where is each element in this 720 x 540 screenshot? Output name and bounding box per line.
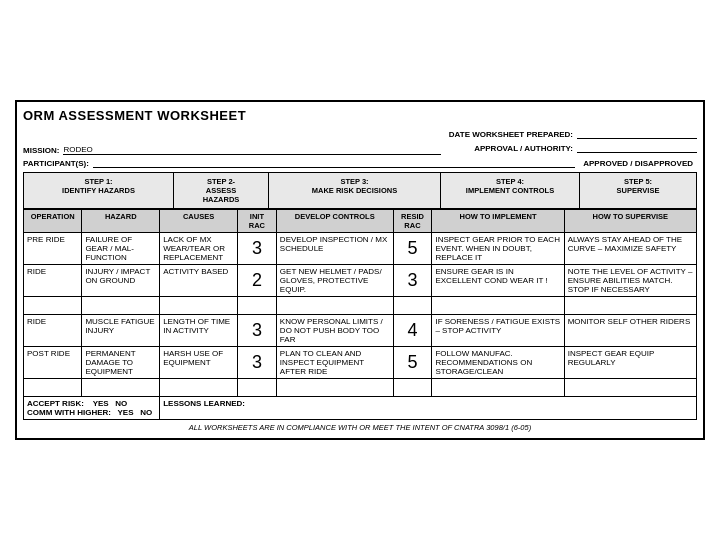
- main-table: OPERATION HAZARD CAUSES INIT RAC DEVELOP…: [23, 209, 697, 420]
- lessons-label: LESSONS LEARNED:: [163, 399, 245, 408]
- accept-risk-line: ACCEPT RISK: YES NO: [27, 399, 156, 408]
- steps-header: STEP 1:IDENTIFY HAZARDS STEP 2-ASSESSHAZ…: [23, 172, 697, 209]
- cell-how-implement: FOLLOW MANUFAC. RECOMMENDATIONS ON STORA…: [432, 347, 564, 379]
- cell-resid-rac: 5: [393, 347, 432, 379]
- date-section: DATE WORKSHEET PREPARED: APPROVAL / AUTH…: [449, 129, 697, 155]
- cell-operation: [24, 297, 82, 315]
- cell-how-supervise: NOTE THE LEVEL OF ACTIVITY – ENSURE ABIL…: [564, 265, 696, 297]
- table-row: POST RIDEPERMANENT DAMAGE TO EQUIPMENTHA…: [24, 347, 697, 379]
- table-row: [24, 297, 697, 315]
- participants-label: PARTICIPANT(S):: [23, 159, 89, 168]
- cell-develop: [276, 379, 393, 397]
- table-body: PRE RIDEFAILURE OF GEAR / MAL-FUNCTIONLA…: [24, 233, 697, 397]
- cell-how-supervise: [564, 379, 696, 397]
- header-init-rac: INIT RAC: [237, 210, 276, 233]
- cell-init-rac: 3: [237, 315, 276, 347]
- cell-init-rac: 2: [237, 265, 276, 297]
- accept-no: NO: [115, 399, 127, 408]
- cell-causes: LENGTH OF TIME IN ACTIVITY: [160, 315, 238, 347]
- step-5-header: STEP 5:SUPERVISE: [580, 173, 696, 208]
- accept-risk-cell: ACCEPT RISK: YES NO COMM WITH HIGHER: YE…: [24, 397, 160, 420]
- cell-hazard: FAILURE OF GEAR / MAL-FUNCTION: [82, 233, 160, 265]
- mission-value: RODEO: [63, 145, 440, 155]
- cell-operation: RIDE: [24, 265, 82, 297]
- cell-init-rac: [237, 379, 276, 397]
- table-header-row: OPERATION HAZARD CAUSES INIT RAC DEVELOP…: [24, 210, 697, 233]
- cell-hazard: INJURY / IMPACT ON GROUND: [82, 265, 160, 297]
- cell-resid-rac: 4: [393, 315, 432, 347]
- table-row: RIDEINJURY / IMPACT ON GROUNDACTIVITY BA…: [24, 265, 697, 297]
- lessons-cell: LESSONS LEARNED:: [160, 397, 697, 420]
- participants-value: [93, 158, 575, 168]
- cell-operation: RIDE: [24, 315, 82, 347]
- accept-yes: YES: [93, 399, 109, 408]
- mission-row: MISSION: RODEO DATE WORKSHEET PREPARED: …: [23, 129, 697, 155]
- cell-causes: LACK OF MX WEAR/TEAR OR REPLACEMENT: [160, 233, 238, 265]
- mission-label: MISSION:: [23, 146, 59, 155]
- table-row: [24, 379, 697, 397]
- step-3-header: STEP 3:MAKE RISK DECISIONS: [269, 173, 441, 208]
- cell-how-supervise: [564, 297, 696, 315]
- cell-develop: PLAN TO CLEAN AND INSPECT EQUIPMENT AFTE…: [276, 347, 393, 379]
- date-line: [577, 129, 697, 139]
- cell-causes: [160, 379, 238, 397]
- cell-how-implement: INSPECT GEAR PRIOR TO EACH EVENT. WHEN I…: [432, 233, 564, 265]
- date-label: DATE WORKSHEET PREPARED:: [449, 130, 573, 139]
- cell-how-implement: [432, 379, 564, 397]
- table-footer: ACCEPT RISK: YES NO COMM WITH HIGHER: YE…: [24, 397, 697, 420]
- comm-no: NO: [140, 408, 152, 417]
- cell-hazard: [82, 297, 160, 315]
- cell-how-supervise: INSPECT GEAR EQUIP REGULARLY: [564, 347, 696, 379]
- cell-develop: KNOW PERSONAL LIMITS / DO NOT PUSH BODY …: [276, 315, 393, 347]
- cell-operation: [24, 379, 82, 397]
- header-operation: OPERATION: [24, 210, 82, 233]
- cell-resid-rac: [393, 379, 432, 397]
- comm-line: COMM WITH HIGHER: YES NO: [27, 408, 156, 417]
- worksheet-title: ORM ASSESSMENT WORKSHEET: [23, 108, 697, 123]
- cell-develop: DEVELOP INSPECTION / MX SCHEDULE: [276, 233, 393, 265]
- accept-risk-label: ACCEPT RISK:: [27, 399, 84, 408]
- cell-resid-rac: 5: [393, 233, 432, 265]
- cell-init-rac: 3: [237, 347, 276, 379]
- step-1-header: STEP 1:IDENTIFY HAZARDS: [24, 173, 174, 208]
- cell-how-implement: ENSURE GEAR IS IN EXCELLENT COND WEAR IT…: [432, 265, 564, 297]
- approved-label: APPROVED / DISAPPROVED: [583, 159, 693, 168]
- cell-develop: [276, 297, 393, 315]
- cell-hazard: [82, 379, 160, 397]
- approval-line: [577, 143, 697, 153]
- header-how-implement: HOW TO IMPLEMENT: [432, 210, 564, 233]
- worksheet: ORM ASSESSMENT WORKSHEET MISSION: RODEO …: [15, 100, 705, 440]
- cell-how-implement: [432, 297, 564, 315]
- cell-resid-rac: [393, 297, 432, 315]
- bottom-note: ALL WORKSHEETS ARE IN COMPLIANCE WITH OR…: [23, 423, 697, 432]
- header-causes: CAUSES: [160, 210, 238, 233]
- cell-causes: HARSH USE OF EQUIPMENT: [160, 347, 238, 379]
- cell-hazard: PERMANENT DAMAGE TO EQUIPMENT: [82, 347, 160, 379]
- comm-yes: YES: [118, 408, 134, 417]
- comm-label: COMM WITH HIGHER:: [27, 408, 111, 417]
- table-row: RIDEMUSCLE FATIGUE INJURYLENGTH OF TIME …: [24, 315, 697, 347]
- header-hazard: HAZARD: [82, 210, 160, 233]
- approval-label: APPROVAL / AUTHORITY:: [474, 144, 573, 153]
- cell-how-implement: IF SORENESS / FATIGUE EXISTS – STOP ACTI…: [432, 315, 564, 347]
- header-resid-rac: RESID RAC: [393, 210, 432, 233]
- header-how-supervise: HOW TO SUPERVISE: [564, 210, 696, 233]
- cell-develop: GET NEW HELMET / PADS/ GLOVES, PROTECTIV…: [276, 265, 393, 297]
- participants-row: PARTICIPANT(S): APPROVED / DISAPPROVED: [23, 158, 697, 168]
- footer-row: ACCEPT RISK: YES NO COMM WITH HIGHER: YE…: [24, 397, 697, 420]
- cell-init-rac: [237, 297, 276, 315]
- cell-resid-rac: 3: [393, 265, 432, 297]
- cell-how-supervise: ALWAYS STAY AHEAD OF THE CURVE – MAXIMIZ…: [564, 233, 696, 265]
- cell-init-rac: 3: [237, 233, 276, 265]
- cell-causes: ACTIVITY BASED: [160, 265, 238, 297]
- step-2-header: STEP 2-ASSESSHAZARDS: [174, 173, 269, 208]
- header-develop: DEVELOP CONTROLS: [276, 210, 393, 233]
- cell-operation: POST RIDE: [24, 347, 82, 379]
- table-row: PRE RIDEFAILURE OF GEAR / MAL-FUNCTIONLA…: [24, 233, 697, 265]
- cell-causes: [160, 297, 238, 315]
- meta-section: MISSION: RODEO DATE WORKSHEET PREPARED: …: [23, 129, 697, 168]
- cell-how-supervise: MONITOR SELF OTHER RIDERS: [564, 315, 696, 347]
- cell-hazard: MUSCLE FATIGUE INJURY: [82, 315, 160, 347]
- step-4-header: STEP 4:IMPLEMENT CONTROLS: [441, 173, 580, 208]
- cell-operation: PRE RIDE: [24, 233, 82, 265]
